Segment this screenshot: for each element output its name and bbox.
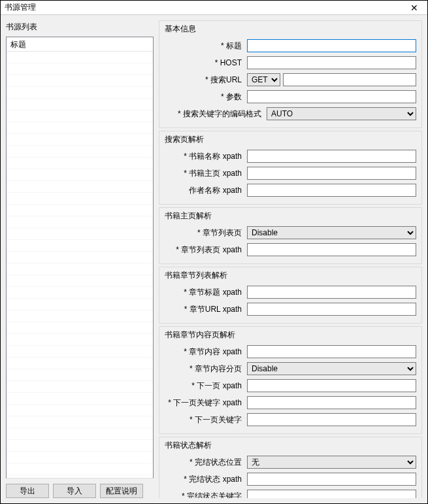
close-icon[interactable]: ✕ (401, 1, 427, 15)
next-page-xpath-label: * 下一页 xpath (165, 380, 243, 392)
chapter-list-page-select[interactable]: Disable (247, 226, 416, 239)
host-input[interactable] (247, 56, 416, 69)
finish-keyword-label: * 完结状态关键字 (165, 491, 243, 499)
chapter-title-xpath-label: * 章节标题 xpath (165, 287, 243, 298)
group-search-parse-title: 搜索页解析 (165, 134, 416, 145)
params-input[interactable] (247, 90, 416, 103)
group-chapter-content-title: 书籍章节内容页解析 (165, 329, 416, 341)
group-status-parse: 书籍状态解析 * 完结状态位置 无 * 完结状态 xpath * 完结状态关键字 (159, 437, 422, 498)
search-url-label: * 搜索URL (165, 75, 243, 86)
finish-pos-label: * 完结状态位置 (165, 457, 243, 468)
config-help-button[interactable]: 配置说明 (100, 484, 143, 498)
group-chapter-list-title: 书籍章节列表解析 (165, 270, 416, 281)
chapter-list-xpath-label: * 章节列表页 xpath (165, 244, 243, 256)
list-body[interactable] (7, 52, 153, 478)
content-xpath-input[interactable] (247, 345, 416, 358)
author-xpath-label: 作者名称 xpath (165, 185, 243, 196)
finish-xpath-input[interactable] (247, 473, 416, 486)
group-home-parse-title: 书籍主页解析 (165, 210, 416, 222)
import-button[interactable]: 导入 (53, 484, 96, 498)
params-label: * 参数 (165, 92, 243, 103)
group-home-parse: 书籍主页解析 * 章节列表页 Disable * 章节列表页 xpath (159, 207, 422, 264)
body: 书源列表 标题 导出 导入 配置说明 基本信息 * 标题 * HOST (1, 15, 427, 503)
left-panel: 书源列表 标题 导出 导入 配置说明 (6, 20, 154, 498)
finish-xpath-label: * 完结状态 xpath (165, 474, 243, 485)
next-keyword-xpath-label: * 下一页关键字 xpath (165, 397, 243, 409)
encoding-label: * 搜索关键字的编码格式 (165, 109, 263, 120)
chapter-list-page-label: * 章节列表页 (165, 227, 243, 239)
list-column-header[interactable]: 标题 (7, 37, 153, 52)
window: 书源管理 ✕ 书源列表 标题 导出 导入 配置说明 基本信息 * 标题 (0, 0, 428, 504)
window-title: 书源管理 (5, 2, 36, 13)
next-keyword-xpath-input[interactable] (247, 396, 416, 409)
chapter-url-xpath-label: * 章节URL xpath (165, 304, 243, 315)
book-name-xpath-label: * 书籍名称 xpath (165, 151, 243, 162)
book-home-xpath-input[interactable] (247, 167, 416, 180)
finish-keyword-input[interactable] (247, 490, 416, 498)
http-method-select[interactable]: GET (247, 73, 280, 86)
source-list-label: 书源列表 (6, 20, 154, 34)
next-page-xpath-input[interactable] (247, 379, 416, 392)
chapter-url-xpath-input[interactable] (247, 303, 416, 316)
group-basic-title: 基本信息 (165, 24, 416, 35)
export-button[interactable]: 导出 (6, 484, 49, 498)
content-paging-label: * 章节内容分页 (165, 363, 243, 375)
content-xpath-label: * 章节内容 xpath (165, 346, 243, 358)
book-home-xpath-label: * 书籍主页 xpath (165, 168, 243, 179)
chapter-list-xpath-input[interactable] (247, 243, 416, 256)
chapter-title-xpath-input[interactable] (247, 286, 416, 299)
group-basic: 基本信息 * 标题 * HOST * 搜索URL GET (159, 20, 422, 128)
source-list[interactable]: 标题 (6, 37, 154, 479)
left-buttons: 导出 导入 配置说明 (6, 481, 154, 498)
group-chapter-content-parse: 书籍章节内容页解析 * 章节内容 xpath * 章节内容分页 Disable … (159, 326, 422, 434)
author-xpath-input[interactable] (247, 184, 416, 197)
title-input[interactable] (247, 39, 416, 52)
group-chapter-list-parse: 书籍章节列表解析 * 章节标题 xpath * 章节URL xpath (159, 267, 422, 324)
group-search-parse: 搜索页解析 * 书籍名称 xpath * 书籍主页 xpath 作者名称 xpa… (159, 131, 422, 205)
content-paging-select[interactable]: Disable (247, 362, 416, 375)
encoding-select[interactable]: AUTO (267, 107, 416, 120)
next-keyword-input[interactable] (247, 413, 416, 426)
search-url-input[interactable] (283, 73, 416, 86)
book-name-xpath-input[interactable] (247, 150, 416, 163)
finish-pos-select[interactable]: 无 (247, 456, 416, 469)
right-panel: 基本信息 * 标题 * HOST * 搜索URL GET (159, 20, 422, 498)
group-status-title: 书籍状态解析 (165, 440, 416, 451)
title-label: * 标题 (165, 41, 243, 52)
next-keyword-label: * 下一页关键字 (165, 414, 243, 426)
titlebar: 书源管理 ✕ (1, 1, 427, 15)
host-label: * HOST (165, 58, 243, 67)
